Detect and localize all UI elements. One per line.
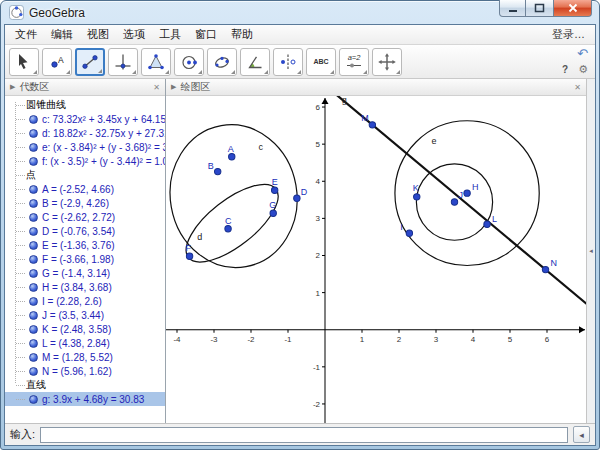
algebra-item[interactable]: B = (-2.9, 4.26) [5, 196, 165, 210]
conic-tool-button[interactable] [207, 48, 237, 76]
collapse-panel-icon[interactable]: ◂ [589, 247, 593, 255]
algebra-item[interactable]: e: (x - 3.84)² + (y - 3.68)² = 3 [5, 140, 165, 154]
point-J[interactable] [451, 199, 457, 205]
tool-dropdown-icon[interactable] [330, 70, 334, 74]
command-input[interactable] [40, 427, 568, 443]
tool-dropdown-icon[interactable] [264, 70, 268, 74]
menu-item-3[interactable]: 选项 [116, 25, 152, 44]
tool-dropdown-icon[interactable] [363, 70, 367, 74]
minimize-button[interactable] [499, 0, 526, 17]
visibility-marble-icon[interactable] [29, 185, 38, 194]
algebra-section-lines[interactable]: 直线 [5, 378, 165, 392]
point-F[interactable] [186, 253, 192, 259]
visibility-marble-icon[interactable] [29, 115, 38, 124]
maximize-button[interactable] [526, 0, 553, 17]
sign-in-link[interactable]: 登录… [552, 27, 595, 42]
circle-tool-button[interactable] [174, 48, 204, 76]
menu-item-2[interactable]: 视图 [80, 25, 116, 44]
visibility-marble-icon[interactable] [29, 339, 38, 348]
menu-item-4[interactable]: 工具 [152, 25, 188, 44]
visibility-marble-icon[interactable] [29, 311, 38, 320]
algebra-item[interactable]: D = (-0.76, 3.54) [5, 224, 165, 238]
reflect-tool-button[interactable] [273, 48, 303, 76]
visibility-marble-icon[interactable] [29, 227, 38, 236]
algebra-view-header[interactable]: ▶ 代数区 ✕ [5, 79, 165, 96]
panel-collapse-strip[interactable]: ◂ [586, 79, 595, 423]
segment-tool-button[interactable] [75, 48, 105, 76]
algebra-item[interactable]: M = (1.28, 5.52) [5, 350, 165, 364]
visibility-marble-icon[interactable] [29, 199, 38, 208]
point-K[interactable] [414, 194, 420, 200]
algebra-item[interactable]: J = (3.5, 3.44) [5, 308, 165, 322]
algebra-item[interactable]: L = (4.38, 2.84) [5, 336, 165, 350]
visibility-marble-icon[interactable] [29, 395, 38, 404]
help-icon[interactable]: ? [562, 64, 568, 75]
tool-dropdown-icon[interactable] [98, 69, 102, 73]
slider-tool-button[interactable]: a=2 [339, 48, 369, 76]
visibility-marble-icon[interactable] [29, 213, 38, 222]
point-A[interactable] [229, 154, 235, 160]
point-tool-button[interactable]: A [42, 48, 72, 76]
visibility-marble-icon[interactable] [29, 255, 38, 264]
perpendicular-line-tool-button[interactable] [108, 48, 138, 76]
panel-menu-arrow-icon[interactable]: ▶ [171, 83, 176, 91]
input-help-button[interactable]: ◂ [573, 426, 590, 443]
algebra-item[interactable]: H = (3.84, 3.68) [5, 280, 165, 294]
move-graphics-view-tool-button[interactable] [372, 48, 402, 76]
visibility-marble-icon[interactable] [29, 367, 38, 376]
visibility-marble-icon[interactable] [29, 269, 38, 278]
algebra-item[interactable]: c: 73.32x² + 3.45x y + 64.15 [5, 112, 165, 126]
visibility-marble-icon[interactable] [29, 353, 38, 362]
algebra-item[interactable]: C = (-2.62, 2.72) [5, 210, 165, 224]
algebra-item[interactable]: A = (-2.52, 4.66) [5, 182, 165, 196]
point-D[interactable] [294, 195, 300, 201]
menu-item-1[interactable]: 编辑 [44, 25, 80, 44]
settings-gear-icon[interactable]: ⚙ [578, 64, 588, 75]
panel-menu-arrow-icon[interactable]: ▶ [10, 83, 15, 91]
close-view-icon[interactable]: ✕ [153, 83, 160, 92]
algebra-item[interactable]: G = (-1.4, 3.14) [5, 266, 165, 280]
algebra-item[interactable]: N = (5.96, 1.62) [5, 364, 165, 378]
graphics-canvas[interactable]: -4-3-2-1123456-2-1123456gcdeABCDEFGHIJKL… [166, 96, 586, 423]
move-tool-button[interactable] [9, 48, 39, 76]
algebra-item[interactable]: E = (-1.36, 3.76) [5, 238, 165, 252]
visibility-marble-icon[interactable] [29, 241, 38, 250]
tool-dropdown-icon[interactable] [165, 70, 169, 74]
visibility-marble-icon[interactable] [29, 325, 38, 334]
algebra-section-points[interactable]: 点 [5, 168, 165, 182]
visibility-marble-icon[interactable] [29, 283, 38, 292]
point-M[interactable] [369, 122, 375, 128]
point-G[interactable] [270, 210, 276, 216]
text-tool-button[interactable]: ABC [306, 48, 336, 76]
tool-dropdown-icon[interactable] [396, 70, 400, 74]
line-g[interactable] [288, 96, 586, 333]
menu-item-5[interactable]: 窗口 [188, 25, 224, 44]
algebra-item[interactable]: f: (x - 3.5)² + (y - 3.44)² = 1.06 [5, 154, 165, 168]
graphics-view-header[interactable]: ▶ 绘图区 ✕ [166, 79, 586, 96]
point-C[interactable] [225, 226, 231, 232]
close-button[interactable] [553, 0, 592, 17]
visibility-marble-icon[interactable] [29, 157, 38, 166]
point-N[interactable] [542, 266, 548, 272]
tool-dropdown-icon[interactable] [33, 70, 37, 74]
point-H[interactable] [464, 190, 470, 196]
visibility-marble-icon[interactable] [29, 143, 38, 152]
tool-dropdown-icon[interactable] [198, 70, 202, 74]
algebra-item[interactable]: I = (2.28, 2.6) [5, 294, 165, 308]
algebra-section-conics[interactable]: 圆锥曲线 [5, 98, 165, 112]
point-L[interactable] [484, 221, 490, 227]
algebra-item[interactable]: g: 3.9x + 4.68y = 30.83 [5, 392, 165, 406]
visibility-marble-icon[interactable] [29, 129, 38, 138]
point-I[interactable] [406, 230, 412, 236]
point-B[interactable] [215, 168, 221, 174]
close-view-icon[interactable]: ✕ [574, 83, 581, 92]
algebra-item[interactable]: K = (2.48, 3.58) [5, 322, 165, 336]
algebra-item[interactable]: d: 18.82x² - 32.75x y + 27.31 [5, 126, 165, 140]
algebra-item[interactable]: F = (-3.66, 1.98) [5, 252, 165, 266]
polygon-tool-button[interactable] [141, 48, 171, 76]
tool-dropdown-icon[interactable] [231, 70, 235, 74]
menu-item-6[interactable]: 帮助 [224, 25, 260, 44]
menu-item-0[interactable]: 文件 [8, 25, 44, 44]
point-E[interactable] [271, 187, 277, 193]
angle-tool-button[interactable] [240, 48, 270, 76]
